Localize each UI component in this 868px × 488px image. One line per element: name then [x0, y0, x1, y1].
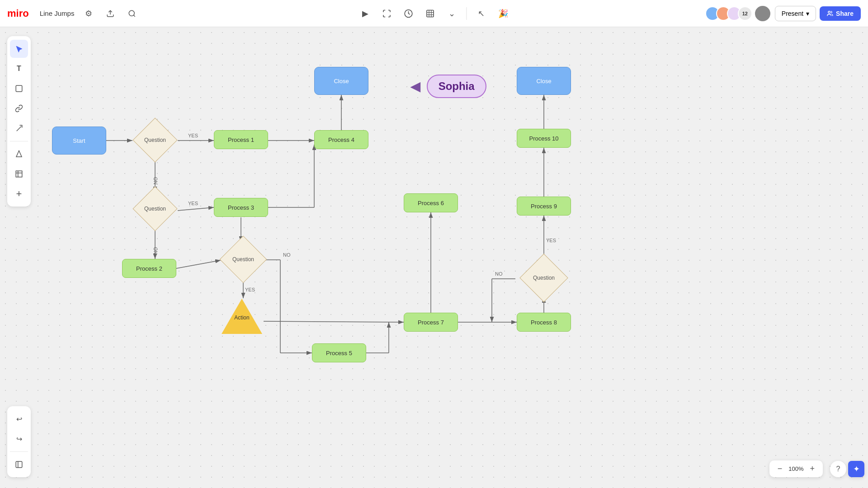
cursor-icon[interactable]: ↖: [472, 5, 491, 23]
svg-line-2: [134, 15, 135, 16]
action-node[interactable]: Action: [222, 298, 262, 334]
svg-line-7: [17, 127, 22, 131]
process5-node[interactable]: Process 5: [312, 343, 366, 362]
redo-tool[interactable]: ↪: [10, 430, 28, 448]
svg-text:NO: NO: [283, 252, 291, 258]
header: miro Line Jumps ⚙ ▶ ⌄ ↖ 🎉 12 Presen: [0, 0, 868, 27]
more-icon[interactable]: ⌄: [443, 5, 461, 23]
svg-rect-12: [16, 461, 22, 468]
zoom-in-button[interactable]: +: [807, 463, 817, 474]
board-name[interactable]: Line Jumps: [40, 9, 75, 17]
svg-line-28: [176, 260, 221, 268]
process8-node[interactable]: Process 8: [517, 313, 571, 332]
svg-line-22: [178, 207, 214, 211]
question1-node[interactable]: Question: [128, 121, 182, 159]
zoom-out-button[interactable]: −: [775, 463, 785, 474]
magic-button[interactable]: ✦: [848, 461, 864, 477]
process7-node[interactable]: Process 7: [404, 313, 458, 332]
divider-1: [10, 141, 28, 141]
panel-tool[interactable]: [10, 455, 28, 474]
svg-marker-8: [16, 151, 22, 157]
process2-node[interactable]: Process 2: [122, 259, 176, 278]
left-toolbar: T +: [7, 36, 31, 206]
present-button[interactable]: Present ▾: [775, 6, 816, 21]
settings-button[interactable]: ⚙: [81, 6, 96, 21]
process6-node[interactable]: Process 6: [404, 193, 458, 212]
svg-rect-6: [16, 85, 22, 92]
svg-text:YES: YES: [188, 133, 198, 138]
zoom-level: 100%: [788, 465, 803, 472]
frame-icon[interactable]: [421, 5, 439, 23]
svg-rect-4: [427, 10, 434, 17]
sticky-tool[interactable]: [10, 80, 28, 98]
question2-node[interactable]: Question: [128, 190, 182, 228]
svg-text:YES: YES: [245, 287, 255, 292]
svg-point-5: [828, 11, 830, 13]
canvas[interactable]: YES NO YES NO YES NO: [0, 27, 868, 488]
process3-node[interactable]: Process 3: [214, 198, 268, 217]
svg-point-1: [129, 10, 135, 16]
process1-node[interactable]: Process 1: [214, 130, 268, 149]
avatar-group: 12: [705, 5, 771, 22]
help-button[interactable]: ?: [830, 461, 846, 477]
svg-line-36: [264, 321, 404, 322]
avatar-count: 12: [738, 6, 752, 21]
text-tool[interactable]: T: [10, 60, 28, 78]
sophia-callout: ◄ Sophia: [407, 75, 486, 98]
question3-node[interactable]: Question: [216, 239, 270, 279]
fullscreen-icon[interactable]: [378, 5, 396, 23]
undo-tool[interactable]: ↩: [10, 410, 28, 428]
zoom-controls: − 100% +: [769, 460, 823, 477]
upload-button[interactable]: [103, 6, 118, 21]
start-node[interactable]: Start: [52, 127, 106, 155]
cursor-tool[interactable]: [10, 40, 28, 58]
svg-text:YES: YES: [188, 201, 198, 206]
question4-node[interactable]: Question: [517, 258, 571, 298]
pen-tool[interactable]: [10, 119, 28, 137]
process9-node[interactable]: Process 9: [517, 197, 571, 216]
process10-node[interactable]: Process 10: [517, 129, 571, 148]
sophia-arrow-icon: ◄: [407, 78, 424, 95]
shapes-tool[interactable]: [10, 145, 28, 163]
share-button[interactable]: Share: [820, 6, 861, 21]
current-user-avatar: [754, 5, 771, 22]
timer-icon[interactable]: [400, 5, 418, 23]
svg-text:NO: NO: [153, 247, 158, 254]
crop-tool[interactable]: [10, 165, 28, 183]
search-button[interactable]: [125, 6, 139, 21]
close1-node[interactable]: Close: [314, 67, 368, 95]
center-toolbar: ▶ ⌄ ↖ 🎉: [356, 5, 512, 23]
forward-icon[interactable]: ▶: [356, 5, 374, 23]
svg-rect-9: [16, 171, 22, 177]
svg-text:NO: NO: [153, 177, 158, 184]
close2-node[interactable]: Close: [517, 67, 571, 95]
bottom-left-toolbar: ↩ ↪: [7, 406, 31, 477]
svg-text:NO: NO: [495, 271, 503, 277]
sophia-label: Sophia: [427, 75, 486, 98]
link-tool[interactable]: [10, 99, 28, 117]
add-tool[interactable]: +: [10, 185, 28, 203]
svg-text:YES: YES: [546, 238, 556, 243]
header-right: 12 Present ▾ Share: [705, 5, 861, 22]
party-icon[interactable]: 🎉: [494, 5, 512, 23]
process4-node[interactable]: Process 4: [314, 130, 368, 149]
miro-logo: miro: [7, 8, 29, 19]
